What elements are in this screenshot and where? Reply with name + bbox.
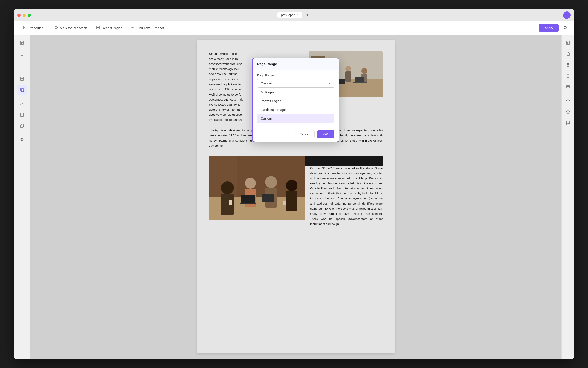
right-sidebar-ocr[interactable] [563, 38, 573, 48]
sidebar-item-list[interactable] [17, 74, 27, 84]
app-window: pets report ✏ + T Properties [14, 9, 574, 359]
svg-point-12 [564, 26, 566, 29]
mark-redaction-button[interactable]: Mark for Redaction [50, 24, 92, 32]
option-custom[interactable]: Custom [258, 114, 334, 123]
svg-rect-8 [97, 27, 99, 28]
right-sidebar-divider-1 [564, 94, 572, 94]
svg-rect-22 [20, 77, 24, 80]
sidebar-divider-1 [18, 50, 26, 50]
svg-rect-30 [20, 125, 23, 127]
svg-rect-4 [55, 27, 57, 28]
right-sidebar-color[interactable] [563, 107, 573, 117]
titlebar: pets report ✏ + T [14, 9, 574, 21]
modal-overlay: Page Range Page Range Custom ▲ [30, 35, 561, 359]
traffic-lights [18, 14, 31, 17]
left-sidebar [14, 35, 30, 359]
select-display[interactable]: Custom ▲ [257, 79, 335, 88]
sidebar-item-text[interactable] [17, 52, 27, 62]
modal-header: Page Range [253, 58, 339, 70]
option-all-pages-label: All Pages [261, 91, 274, 94]
close-button[interactable] [18, 14, 21, 17]
redact-pages-label: Redact Pages [102, 26, 122, 30]
modal-title: Page Range [257, 62, 277, 66]
right-sidebar-lock[interactable] [563, 60, 573, 70]
properties-button[interactable]: Properties [18, 24, 48, 32]
tab-label: pets report [281, 13, 295, 17]
sidebar-item-signature[interactable] [17, 99, 27, 109]
search-button[interactable] [561, 24, 570, 32]
option-landscape-pages-label: Landscape Pages [261, 108, 286, 111]
sidebar-item-table[interactable] [17, 110, 27, 120]
sidebar-item-page[interactable] [17, 85, 27, 95]
right-sidebar-stamp[interactable] [563, 96, 573, 106]
modal-body: Page Range Custom ▲ All [253, 70, 339, 127]
tab-pets-report[interactable]: pets report ✏ [277, 12, 302, 18]
sidebar-item-edit[interactable] [17, 63, 27, 73]
apply-button[interactable]: Apply [539, 24, 559, 32]
app-body: Smart devices and inte are already used … [14, 35, 574, 359]
avatar[interactable]: T [563, 11, 570, 19]
new-tab-button[interactable]: + [304, 12, 311, 18]
sidebar-item-layers[interactable] [17, 135, 27, 145]
svg-line-21 [23, 67, 23, 67]
ok-button[interactable]: OK [317, 130, 335, 138]
svg-point-9 [132, 26, 133, 28]
svg-marker-31 [20, 138, 24, 140]
svg-point-70 [568, 65, 568, 66]
document-area: Smart devices and inte are already used … [30, 35, 561, 359]
svg-rect-26 [21, 89, 24, 92]
ok-label: OK [323, 132, 328, 136]
sidebar-item-document[interactable] [17, 38, 27, 48]
cancel-label: Cancel [299, 132, 309, 136]
right-sidebar-mail[interactable] [563, 82, 573, 92]
select-value: Custom [261, 82, 272, 85]
select-container: Custom ▲ All Pages Portrait Pages [257, 79, 335, 123]
properties-icon [23, 26, 27, 30]
right-sidebar-file[interactable] [563, 49, 573, 59]
sidebar-divider-3 [18, 133, 26, 133]
right-sidebar-comment[interactable] [563, 118, 573, 128]
redact-pages-icon [96, 26, 100, 30]
dropdown-list: All Pages Portrait Pages Landscape Pages [257, 88, 335, 123]
mark-redaction-label: Mark for Redaction [60, 26, 87, 30]
option-custom-label: Custom [261, 117, 272, 120]
sidebar-item-bookmark[interactable] [17, 146, 27, 156]
sidebar-item-copy[interactable] [17, 121, 27, 131]
modal-footer: Cancel OK [253, 127, 339, 142]
option-portrait-pages-label: Portrait Pages [261, 99, 281, 103]
right-sidebar-export[interactable] [563, 71, 573, 81]
option-all-pages[interactable]: All Pages [258, 88, 334, 97]
avatar-initial: T [566, 13, 568, 17]
find-redact-icon [131, 26, 135, 30]
apply-label: Apply [544, 26, 553, 30]
svg-marker-72 [566, 99, 570, 102]
properties-label: Properties [28, 26, 43, 30]
chevron-up-icon: ▲ [328, 82, 331, 85]
maximize-button[interactable] [28, 14, 31, 17]
page-range-label: Page Range [257, 74, 335, 77]
minimize-button[interactable] [22, 14, 26, 17]
find-redact-button[interactable]: Find Text & Redact [127, 24, 168, 32]
toolbar-divider-1 [49, 24, 49, 32]
tab-bar: pets report ✏ + [277, 12, 310, 18]
svg-line-13 [566, 28, 567, 30]
cancel-button[interactable]: Cancel [294, 130, 315, 138]
option-portrait-pages[interactable]: Portrait Pages [258, 97, 334, 105]
tab-edit-icon[interactable]: ✏ [297, 14, 299, 17]
svg-line-10 [133, 28, 134, 29]
right-sidebar [561, 35, 574, 359]
toolbar: Properties Mark for Redaction [14, 21, 574, 35]
find-redact-label: Find Text & Redact [137, 26, 164, 30]
sidebar-divider-2 [18, 97, 26, 97]
page-range-modal: Page Range Page Range Custom ▲ [252, 58, 339, 142]
mark-redaction-icon [55, 26, 58, 30]
option-landscape-pages[interactable]: Landscape Pages [258, 105, 334, 114]
redact-pages-button[interactable]: Redact Pages [92, 24, 127, 32]
svg-line-20 [22, 67, 23, 67]
